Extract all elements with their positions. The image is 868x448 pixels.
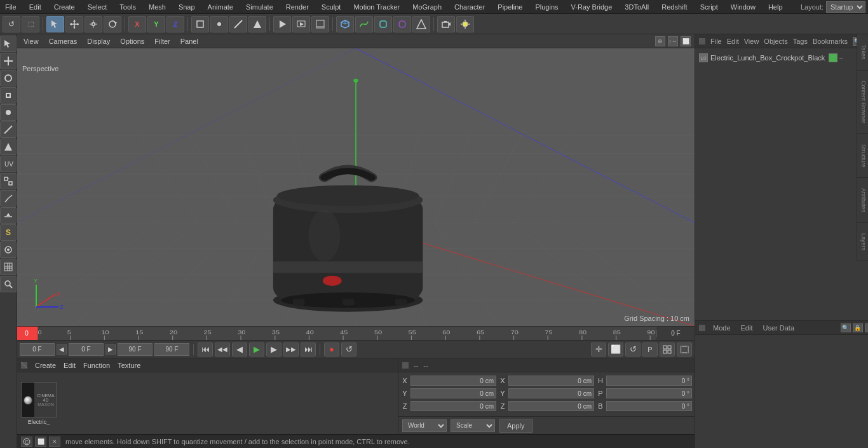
object-name[interactable]: Electric_Lunch_Box_Crockpot_Black — [710, 54, 825, 62]
btn-rotate-tool[interactable]: ↺ — [625, 343, 641, 356]
menu-character[interactable]: Character — [452, 2, 487, 12]
btn-first-frame[interactable]: ⏮ — [198, 343, 213, 356]
menu-3dtoall[interactable]: 3DToAll — [622, 2, 651, 12]
render-active-button[interactable] — [273, 16, 291, 32]
frame-current-field[interactable]: 0 F — [69, 343, 104, 356]
objects-objects-label[interactable]: Objects — [764, 37, 787, 45]
menu-mograph[interactable]: MoGraph — [410, 2, 444, 12]
points-mode-button[interactable] — [210, 16, 228, 32]
sidebar-paint-btn[interactable] — [0, 241, 17, 258]
move-button[interactable] — [65, 16, 83, 32]
btn-move-tool[interactable]: ✛ — [591, 343, 606, 356]
status-icon-btn-3[interactable]: ✕ — [49, 437, 60, 447]
sidebar-s-btn[interactable]: S — [0, 224, 17, 241]
btn-film[interactable] — [677, 343, 692, 356]
apply-button[interactable]: Apply — [499, 419, 533, 433]
btn-prev-frame[interactable]: ◀ — [232, 343, 247, 356]
objects-file-label[interactable]: File — [710, 37, 722, 45]
sidebar-floor-btn[interactable] — [0, 207, 17, 224]
camera-button[interactable] — [437, 16, 455, 32]
nurbs-button[interactable] — [374, 16, 392, 32]
object-mode-button[interactable] — [191, 16, 209, 32]
viewport-menu-panel[interactable]: Panel — [178, 36, 201, 46]
material-menu-edit[interactable]: Edit — [64, 362, 76, 369]
edge-tab-structure[interactable]: Structure — [857, 134, 868, 179]
layout-select[interactable]: Startup — [826, 1, 865, 13]
sidebar-edge-btn[interactable] — [0, 121, 17, 138]
polygons-mode-button[interactable] — [248, 16, 266, 32]
deformer-button[interactable] — [393, 16, 411, 32]
sidebar-mag-btn[interactable] — [0, 276, 17, 292]
attributes-search-btn[interactable]: 🔍 — [841, 323, 851, 332]
sidebar-scale-btn[interactable] — [0, 87, 17, 104]
objects-bookmarks-label[interactable]: Bookmarks — [813, 37, 848, 45]
timeline-start-frame[interactable]: 0 — [17, 327, 36, 340]
attributes-lock-btn[interactable]: 🔒 — [853, 323, 863, 332]
menu-script[interactable]: Script — [698, 2, 721, 12]
frame-end2-field[interactable]: 90 F — [154, 343, 189, 356]
btn-record[interactable]: ● — [324, 343, 339, 356]
menu-mesh[interactable]: Mesh — [146, 2, 168, 12]
menu-tools[interactable]: Tools — [117, 2, 139, 12]
objects-tags-label[interactable]: Tags — [793, 37, 808, 45]
edges-mode-button[interactable] — [229, 16, 247, 32]
sidebar-axis-btn[interactable] — [0, 190, 17, 207]
btn-play[interactable]: ▶ — [249, 343, 264, 356]
y-axis-button[interactable]: Y — [147, 16, 165, 32]
viewport-menu-display[interactable]: Display — [85, 36, 112, 46]
rotate-button[interactable] — [104, 16, 121, 32]
material-menu-create[interactable]: Create — [35, 362, 56, 369]
attributes-tab-mode[interactable]: Mode — [710, 323, 733, 333]
frame-start-field[interactable]: 0 F — [20, 343, 55, 356]
sidebar-poly-btn[interactable] — [0, 139, 17, 155]
menu-render[interactable]: Render — [283, 2, 311, 12]
btn-next-frame[interactable]: ▶ — [266, 343, 281, 356]
material-thumbnail[interactable]: CINEMA 4D MAXON — [21, 382, 57, 417]
edge-tab-attributes[interactable]: Attributes — [857, 178, 868, 223]
sidebar-rotate-btn[interactable] — [0, 70, 17, 86]
frame-end-arrow[interactable]: ▶ — [105, 344, 116, 355]
sidebar-uvw-btn[interactable]: UV — [0, 156, 17, 172]
coord-z-input[interactable] — [410, 401, 496, 411]
menu-motion-tracker[interactable]: Motion Tracker — [351, 2, 402, 12]
btn-next-key[interactable]: ▶▶ — [283, 343, 299, 356]
menu-snap[interactable]: Snap — [176, 2, 198, 12]
viewport-menu-filter[interactable]: Filter — [152, 36, 172, 46]
sidebar-snap-btn[interactable] — [0, 173, 17, 189]
menu-vray[interactable]: V-Ray Bridge — [569, 2, 615, 12]
viewport-menu-cameras[interactable]: Cameras — [46, 36, 80, 46]
btn-grid-tool[interactable] — [660, 343, 675, 356]
pen-button[interactable] — [412, 16, 430, 32]
scale-dropdown[interactable]: Scale — [451, 419, 495, 432]
menu-edit[interactable]: Edit — [27, 2, 44, 12]
menu-sculpt[interactable]: Sculpt — [319, 2, 344, 12]
attributes-tab-edit[interactable]: Edit — [738, 323, 756, 333]
viewport[interactable]: View Cameras Display Options Filter Pane… — [17, 34, 695, 326]
sidebar-move-btn[interactable] — [0, 53, 17, 69]
menu-file[interactable]: File — [3, 2, 19, 12]
cube-button[interactable] — [336, 16, 354, 32]
btn-loop[interactable]: ↺ — [341, 343, 356, 356]
coord-y-input[interactable] — [410, 388, 496, 398]
menu-simulate[interactable]: Simulate — [243, 2, 276, 12]
menu-help[interactable]: Help — [766, 2, 785, 12]
menu-pipeline[interactable]: Pipeline — [495, 2, 525, 12]
objects-view-label[interactable]: View — [744, 37, 759, 45]
z-axis-button[interactable]: Z — [166, 16, 184, 32]
status-icon-btn-1[interactable]: C — [21, 437, 32, 447]
menu-redshift[interactable]: Redshift — [659, 2, 689, 12]
btn-prev-key[interactable]: ◀◀ — [215, 343, 230, 356]
object-color-swatch[interactable] — [829, 53, 837, 62]
viewport-lock-btn[interactable]: ⊕ — [655, 36, 665, 46]
viewport-max-btn[interactable]: ⬜ — [681, 36, 691, 46]
select-mode-button[interactable] — [46, 16, 64, 32]
btn-scale-tool[interactable]: ⬜ — [608, 343, 623, 356]
edge-tab-takes[interactable]: Takes — [857, 34, 868, 71]
menu-create[interactable]: Create — [51, 2, 78, 12]
coord-p-input[interactable] — [606, 388, 692, 398]
coord-z2-input[interactable] — [508, 401, 594, 411]
coord-y2-input[interactable] — [508, 388, 594, 398]
sidebar-points-btn[interactable] — [0, 104, 17, 121]
objects-edit-label[interactable]: Edit — [727, 37, 739, 45]
redo-button[interactable]: ⬚ — [22, 16, 39, 32]
